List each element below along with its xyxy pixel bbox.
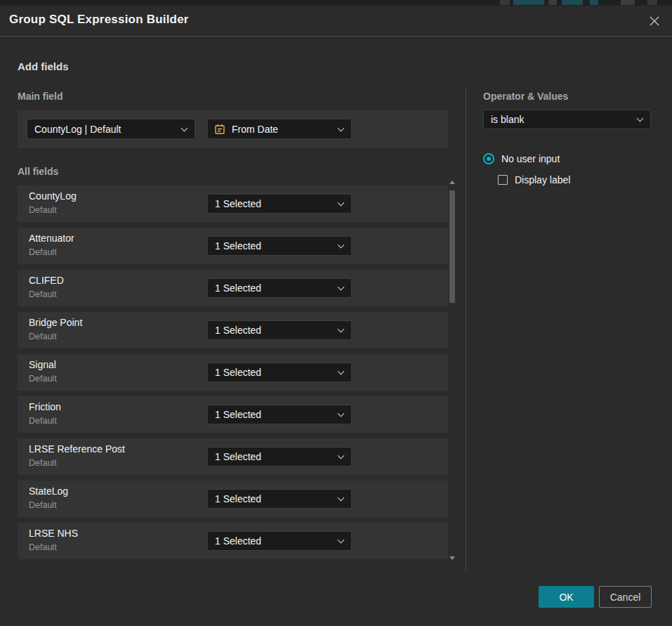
display-label-text: Display label (515, 174, 570, 185)
field-selected-value: 1 Selected (215, 367, 261, 378)
field-selected-dropdown[interactable]: 1 Selected (207, 489, 352, 509)
background-app-strip (0, 0, 672, 6)
field-selected-dropdown[interactable]: 1 Selected (207, 447, 352, 467)
chevron-down-icon (338, 410, 345, 417)
field-selected-dropdown[interactable]: 1 Selected (207, 405, 352, 424)
field-name: CountyLog (29, 190, 77, 202)
scrollbar-thumb[interactable] (449, 190, 455, 303)
field-selected-value: 1 Selected (215, 535, 261, 547)
field-row: LRSE Reference PostDefault1 Selected (18, 438, 448, 475)
all-fields-list: CountyLogDefault1 SelectedAttenuatorDefa… (0, 6, 672, 626)
scrollbar-down-arrow-icon[interactable] (449, 556, 455, 560)
background-fragment (647, 0, 657, 5)
chevron-down-icon (338, 452, 345, 459)
field-selected-dropdown[interactable]: 1 Selected (207, 236, 352, 256)
operator-values-heading: Operator & Values (483, 91, 568, 102)
field-selected-value: 1 Selected (215, 493, 261, 504)
field-selected-value: 1 Selected (215, 325, 261, 336)
chevron-down-icon (338, 242, 345, 249)
field-selected-dropdown[interactable]: 1 Selected (207, 320, 352, 340)
background-fragment (562, 0, 583, 5)
chevron-down-icon (338, 326, 345, 333)
chevron-down-icon (637, 115, 644, 122)
background-fragment (548, 0, 557, 5)
background-fragment (621, 0, 635, 5)
field-subtitle: Default (29, 458, 57, 468)
chevron-down-icon (338, 368, 345, 375)
field-selected-dropdown[interactable]: 1 Selected (207, 278, 352, 298)
field-subtitle: Default (29, 542, 57, 552)
cancel-button[interactable]: Cancel (599, 586, 652, 608)
field-name: Bridge Point (29, 317, 82, 328)
display-label-checkbox[interactable]: Display label (498, 174, 570, 185)
field-row: Bridge PointDefault1 Selected (18, 312, 448, 348)
field-selected-dropdown[interactable]: 1 Selected (207, 531, 352, 551)
background-fragment (500, 0, 510, 5)
operator-select[interactable]: is blank (483, 110, 651, 129)
field-row: FrictionDefault1 Selected (18, 396, 448, 433)
field-subtitle: Default (29, 332, 57, 341)
field-selected-value: 1 Selected (215, 198, 261, 209)
field-name: Signal (29, 359, 56, 370)
chevron-down-icon (338, 284, 345, 291)
panel-divider (466, 88, 466, 571)
field-subtitle: Default (29, 500, 57, 510)
group-sql-expression-builder-dialog: Group SQL Expression Builder Add fields … (0, 6, 672, 626)
field-subtitle: Default (29, 205, 57, 215)
operator-select-value: is blank (491, 114, 524, 125)
chevron-down-icon (338, 537, 345, 544)
scrollbar-up-arrow-icon[interactable] (449, 181, 455, 184)
field-row: CountyLogDefault1 Selected (18, 185, 448, 222)
field-subtitle: Default (29, 416, 57, 426)
field-selected-value: 1 Selected (215, 282, 261, 294)
field-subtitle: Default (29, 374, 57, 384)
field-name: LRSE NHS (29, 528, 78, 539)
screen: Group SQL Expression Builder Add fields … (0, 0, 672, 626)
field-selected-value: 1 Selected (215, 240, 261, 252)
chevron-down-icon (338, 495, 345, 502)
field-name: Friction (29, 401, 61, 412)
field-selected-dropdown[interactable]: 1 Selected (207, 194, 352, 214)
ok-button[interactable]: OK (539, 586, 594, 608)
radio-selected-icon (483, 153, 494, 164)
field-row: CLIFEDDefault1 Selected (18, 270, 448, 306)
chevron-down-icon (338, 200, 345, 207)
field-name: CLIFED (29, 275, 64, 286)
field-subtitle: Default (29, 289, 57, 299)
background-fragment (590, 0, 598, 5)
no-user-input-radio[interactable]: No user input (483, 153, 560, 164)
field-row: StateLogDefault1 Selected (18, 481, 448, 517)
no-user-input-label: No user input (501, 153, 560, 164)
field-row: SignalDefault1 Selected (18, 354, 448, 391)
field-row: AttenuatorDefault1 Selected (18, 228, 448, 264)
field-name: Attenuator (29, 233, 74, 244)
checkbox-unchecked-icon (498, 175, 508, 185)
field-selected-dropdown[interactable]: 1 Selected (207, 363, 352, 382)
field-row: LRSE NHSDefault1 Selected (18, 523, 448, 559)
background-fragment (513, 0, 544, 5)
field-subtitle: Default (29, 247, 57, 257)
field-selected-value: 1 Selected (215, 451, 261, 462)
field-name: StateLog (29, 485, 68, 497)
field-name: LRSE Reference Post (29, 443, 125, 455)
field-selected-value: 1 Selected (215, 409, 261, 420)
